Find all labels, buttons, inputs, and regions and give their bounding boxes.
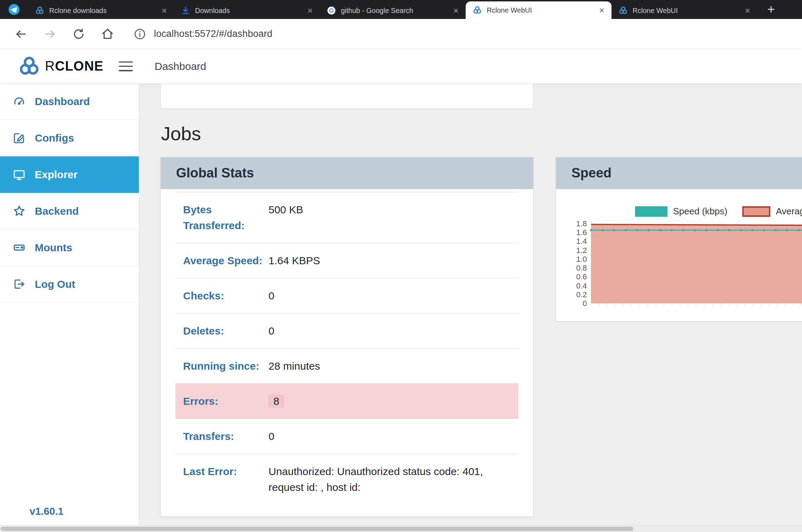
browser-toolbar: localhost:5572/#/dashboard <box>0 19 802 49</box>
stat-row: Last Error: Unauthorized: Unauthorized s… <box>175 454 518 505</box>
browser-tab[interactable]: G github - Google Search × <box>320 2 466 19</box>
sidebar: Dashboard Configs Explorer Backend Mount… <box>0 83 139 532</box>
tab-title: Rclone WebUI <box>487 6 592 14</box>
scrollbar-thumb[interactable] <box>1 527 633 531</box>
sidebar-item-label: Dashboard <box>35 96 90 108</box>
stat-value: 500 KB <box>269 202 515 233</box>
svg-text:0.4: 0.4 <box>576 281 587 290</box>
sidebar-item-icon <box>13 131 26 144</box>
tab-title: Rclone downloads <box>49 7 155 15</box>
address-bar[interactable]: localhost:5572/#/dashboard <box>154 28 272 39</box>
browser-tab[interactable]: Rclone WebUI × <box>612 2 757 19</box>
tabs: Rclone downloads × Downloads × G github … <box>28 0 757 19</box>
version-label: v1.60.1 <box>30 506 64 517</box>
tab-title: github - Google Search <box>341 7 446 15</box>
sidebar-items: Dashboard Configs Explorer Backend Mount… <box>0 83 139 303</box>
speed-chart-area: Speed (kbps) Average Speed (kbps) 1.81.6… <box>556 189 802 322</box>
sidebar-item-label: Backend <box>35 205 79 217</box>
site-info-icon[interactable] <box>132 26 148 42</box>
tab-close-icon[interactable]: × <box>743 6 752 15</box>
stat-value: Unauthorized: Unauthorized status code: … <box>269 463 515 495</box>
svg-text:0.8: 0.8 <box>576 264 587 272</box>
stat-label: Running since: <box>175 358 269 374</box>
sidebar-item-label: Log Out <box>35 278 75 290</box>
svg-text:1.4: 1.4 <box>576 237 587 246</box>
legend-average-label: Average Speed (kbps) <box>776 206 802 217</box>
stat-value: 0 <box>269 323 515 339</box>
tab-strip: Rclone downloads × Downloads × G github … <box>0 0 802 19</box>
sidebar-item-icon <box>13 278 26 291</box>
horizontal-scrollbar[interactable] <box>0 525 802 532</box>
tab-favicon-icon <box>619 6 628 15</box>
svg-text:1.8: 1.8 <box>576 219 587 228</box>
stat-row: Average Speed: 1.64 KBPS <box>175 243 518 278</box>
sidebar-item-label: Mounts <box>35 242 72 254</box>
sidebar-item-configs[interactable]: Configs <box>0 120 139 156</box>
stat-label: Average Speed: <box>175 253 269 268</box>
tab-close-icon[interactable]: × <box>597 6 607 15</box>
brand-text: RCLONE <box>45 59 103 74</box>
legend-speed-swatch <box>635 206 667 217</box>
sidebar-item-explorer[interactable]: Explorer <box>0 156 139 193</box>
svg-text:1.6: 1.6 <box>576 228 587 237</box>
chart-legend: Speed (kbps) Average Speed (kbps) <box>635 206 802 217</box>
tab-close-icon[interactable]: × <box>451 6 461 15</box>
stat-label: Deletes: <box>175 323 269 339</box>
page-title: Dashboard <box>155 60 206 72</box>
stat-label: Bytes Transferred: <box>175 202 269 233</box>
hamburger-menu-button[interactable] <box>119 61 133 71</box>
global-stats-card: Global Stats Bytes Transferred: 500 KB A… <box>160 157 533 517</box>
sidebar-item-label: Configs <box>35 132 74 144</box>
stat-label: Errors: <box>175 393 269 409</box>
back-button[interactable] <box>13 26 29 42</box>
tab-favicon-icon <box>181 6 190 15</box>
stat-row: Errors: 8 <box>175 383 518 419</box>
global-stats-header: Global Stats <box>161 157 533 189</box>
svg-text:0: 0 <box>583 299 587 308</box>
sidebar-item-icon <box>13 241 26 254</box>
sidebar-item-dashboard[interactable]: Dashboard <box>0 83 139 120</box>
svg-text:1.2: 1.2 <box>576 246 587 255</box>
stat-label: Checks: <box>175 288 269 304</box>
stat-value: 0 <box>269 428 515 444</box>
rclone-logo-icon <box>18 56 40 77</box>
sidebar-item-log-out[interactable]: Log Out <box>0 266 139 303</box>
browser-tab[interactable]: Downloads × <box>174 2 320 19</box>
app-header: RCLONE Dashboard <box>0 49 802 83</box>
stat-row: Checks: 0 <box>175 278 518 313</box>
stat-value: 0 <box>269 288 515 304</box>
legend-speed-label: Speed (kbps) <box>673 206 727 217</box>
jobs-section-title: Jobs <box>161 123 201 144</box>
stat-value: 8 <box>269 393 515 409</box>
stat-row: Transfers: 0 <box>175 419 518 454</box>
tab-close-icon[interactable]: × <box>160 6 169 15</box>
main-content: Jobs Global Stats Bytes Transferred: 500… <box>139 83 802 532</box>
browser-tab[interactable]: Rclone downloads × <box>28 2 174 19</box>
new-tab-button[interactable]: + <box>763 1 779 18</box>
sidebar-item-icon <box>13 168 26 181</box>
stat-row: Deletes: 0 <box>175 313 518 348</box>
tab-title: Rclone WebUI <box>633 7 738 15</box>
speed-card: Speed Speed (kbps) Average Speed (kbps) … <box>556 157 802 322</box>
tab-title: Downloads <box>195 7 300 15</box>
reload-button[interactable] <box>71 26 86 42</box>
global-stats-table: Bytes Transferred: 500 KB Average Speed:… <box>161 189 533 505</box>
svg-text:1.0: 1.0 <box>576 255 587 264</box>
speed-chart: 1.81.61.41.21.00.80.60.40.20 <box>562 217 802 312</box>
sidebar-item-mounts[interactable]: Mounts <box>0 229 139 266</box>
home-button[interactable] <box>100 26 115 42</box>
svg-text:0.2: 0.2 <box>576 290 587 299</box>
svg-text:0.6: 0.6 <box>576 272 587 281</box>
forward-button[interactable] <box>42 26 58 42</box>
svg-text:G: G <box>329 7 334 14</box>
legend-average-swatch <box>742 206 770 217</box>
tab-close-icon[interactable]: × <box>305 6 315 15</box>
sidebar-item-icon <box>13 95 26 108</box>
stat-row: Bytes Transferred: 500 KB <box>175 192 518 243</box>
sidebar-item-icon <box>13 205 26 218</box>
browser-tab[interactable]: Rclone WebUI × <box>466 1 612 19</box>
sidebar-item-backend[interactable]: Backend <box>0 193 139 229</box>
partial-card <box>160 83 533 109</box>
stat-row: Running since: 28 minutes <box>175 348 518 383</box>
tab-favicon-icon: G <box>327 6 336 15</box>
